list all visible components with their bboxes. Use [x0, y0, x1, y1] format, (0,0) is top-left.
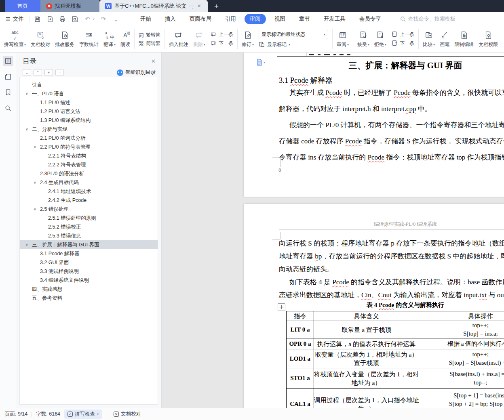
insert-comment-button[interactable]: 插入批注 [167, 29, 191, 49]
undo-icon[interactable]: ↶ [84, 15, 91, 23]
table-move-handle[interactable] [278, 303, 285, 311]
save-icon[interactable] [34, 15, 41, 23]
menu-tab[interactable]: 开发工具 [318, 14, 351, 24]
menu-tab[interactable]: 开始 [135, 14, 156, 24]
page-options-icon[interactable]: ▾ [257, 59, 265, 66]
chevron-down-icon[interactable]: ∨ [34, 143, 36, 151]
toc-item-label: 2.1 PL/0 的词法分析 [40, 135, 86, 141]
translate-button[interactable]: a⇅中 翻译▾ [101, 29, 118, 49]
toc-item-label: 2.4.2 生成 Pcode [48, 197, 86, 203]
brush-icon [440, 30, 449, 40]
toc-item[interactable]: 2.5.1 错误处理的原则 [20, 214, 158, 223]
undo-dropdown-icon[interactable]: ▾ [93, 17, 95, 21]
smart-toc-button[interactable]: 智能识别目录 [117, 69, 156, 76]
tab-home[interactable]: 首页 [5, 0, 40, 12]
reject-revision-button[interactable]: 拒绝▾ [372, 29, 389, 49]
spell-check-toggle[interactable]: ✓ 拼写检查 ▾ [64, 410, 102, 419]
prev-revision-button[interactable]: 上一条 [391, 31, 414, 38]
menu-tab[interactable]: 插入 [160, 14, 181, 24]
chevron-down-icon[interactable]: ∨ [34, 205, 36, 214]
export-pdf-icon[interactable] [46, 15, 54, 23]
toc-item[interactable]: ∨二、分析与实现 [20, 125, 158, 134]
menu-tab[interactable]: 审阅 [245, 14, 266, 24]
toc-item[interactable]: 1.1 PL/0 描述 [20, 98, 158, 107]
close-icon[interactable]: ✕ [197, 3, 201, 9]
menu-tab[interactable]: 引用 [220, 14, 241, 24]
toc-item[interactable]: ∨一、PL/0 语言 [20, 89, 158, 98]
toc-item[interactable]: 3.4 编译系统文件说明 [20, 276, 158, 285]
doc-proof-toggle[interactable]: ✕ 文档校对 [110, 410, 144, 419]
tab-docer-templates[interactable]: ❋ 找稻壳模板 [40, 0, 99, 12]
chevron-down-icon[interactable]: ∨ [25, 125, 28, 134]
toc-item[interactable]: 3.2 GUI 界面 [20, 258, 158, 267]
menu-tab[interactable]: 页面布局 [184, 14, 217, 24]
track-changes-button[interactable]: 修订▾ [239, 29, 256, 49]
toc-panel-icon[interactable] [3, 56, 13, 66]
collapse-all-button[interactable]: ⌃ [34, 69, 42, 76]
expand-level-button[interactable]: + [44, 69, 53, 76]
simplified-to-traditional-button[interactable]: 繁简转繁 [139, 40, 160, 47]
restrict-edit-button[interactable]: 限制编辑 [452, 29, 476, 49]
spell-check-button[interactable]: abc✓ 拼写检查▾ [2, 29, 28, 49]
menu-tab[interactable]: 章节 [294, 14, 315, 24]
bookmark-panel-icon[interactable] [3, 87, 13, 98]
toc-item[interactable]: ∨2.4 生成目标代码 [20, 178, 158, 187]
read-aloud-button[interactable]: A))) 朗读 [118, 29, 133, 49]
document-canvas[interactable]: ▾ 三、扩展：解释器与 GUI 界面 3.1 Pcode 解释器 其实在生成 P… [162, 52, 504, 408]
command-search[interactable]: 查找命令、搜索模板 [400, 15, 455, 23]
toc-item[interactable]: 2.5.2 错误校正 [20, 223, 158, 231]
close-panel-icon[interactable]: ✕ [151, 58, 156, 64]
toc-item[interactable]: 四、实践感想 [20, 285, 158, 294]
traditional-to-simplified-button[interactable]: 简繁转简 [139, 32, 160, 38]
print-preview-icon[interactable] [72, 15, 79, 23]
delete-comment-button[interactable]: 删除▾ [191, 29, 208, 49]
search-panel-icon[interactable] [3, 103, 13, 113]
collapse-level-button[interactable]: − [55, 69, 64, 76]
ink-brush-button[interactable]: 画笔 [437, 29, 452, 49]
toc-item[interactable]: 五、参考资料 [20, 294, 158, 302]
comment-next-icon [210, 40, 217, 47]
menu-tab[interactable]: 会员专享 [354, 14, 386, 24]
expand-all-button[interactable]: ⌄ [23, 69, 31, 76]
file-menu-button[interactable]: ☰ 文件 [0, 15, 30, 23]
tab-document[interactable]: W 基于C++MFC...0编译系统 论文 ▭̩ ✕ [99, 0, 208, 12]
toc-item[interactable]: 2.4.1 地址返填技术 [20, 187, 158, 196]
next-comment-button[interactable]: 下一条 [210, 40, 233, 47]
toc-item[interactable]: 1.2 PL/0 语言文法 [20, 107, 158, 116]
collapse-toolbar-icon[interactable]: ⌄ [112, 15, 120, 23]
compare-button[interactable]: 比较▾ [420, 29, 437, 49]
toc-item[interactable]: 3.3 测试样例说明 [20, 267, 158, 276]
show-markup-button[interactable]: 显示标记▾ [259, 41, 328, 48]
chevron-down-icon[interactable]: ∨ [34, 178, 36, 187]
grading-service-button[interactable]: 批改服务 [53, 29, 77, 49]
redo-icon[interactable]: ↷ [100, 15, 107, 23]
toc-item[interactable]: 2.4.2 生成 Pcode [20, 196, 158, 205]
chevron-down-icon[interactable]: ∨ [25, 240, 28, 249]
menu-bar: ☰ 文件 ↶▾ ↷ ⌄ 开始插入页面布局引用审阅视图章节开发工具会员专享 查找命… [0, 12, 504, 26]
menu-tab[interactable]: 视图 [269, 14, 291, 24]
toc-item[interactable]: 2.5.3 错误信息 [20, 231, 158, 240]
toc-item[interactable]: 2.2.1 符号表结构 [20, 151, 158, 160]
accept-revision-button[interactable]: 接受▾ [355, 29, 372, 49]
toc-item[interactable]: 2.2.2 符号表管理 [20, 160, 158, 169]
doc-permission-button[interactable]: 文档权限 [476, 29, 500, 49]
next-revision-button[interactable]: 下一条 [391, 40, 414, 47]
annotation-panel-icon[interactable] [3, 71, 13, 82]
chevron-down-icon[interactable]: ∨ [25, 89, 28, 98]
toc-item[interactable]: ∨2.2 PL/0 的符号表管理 [20, 143, 158, 151]
prev-comment-button[interactable]: 上一条 [210, 31, 233, 38]
toc-item[interactable]: 1.3 PL/0 编译系统结构 [20, 116, 158, 125]
toc-item[interactable]: 2.1 PL/0 的词法分析 [20, 134, 158, 143]
toc-item[interactable]: 引言 [20, 80, 158, 89]
word-count-button[interactable]: 字数统计 [77, 29, 101, 49]
review-pane-button[interactable]: 审阅▾ [334, 29, 351, 49]
new-tab-button[interactable]: + [214, 2, 219, 11]
toc-item[interactable]: 2.3PL/0 的语法分析 [20, 169, 158, 178]
toc-item[interactable]: 3.1 Pcode 解释器 [20, 249, 158, 258]
toc-item[interactable]: ∨2.5 错误处理 [20, 205, 158, 214]
doc-proof-button[interactable]: a-✓ 文档校对 [28, 29, 53, 49]
markup-state-select[interactable]: 显示标记的最终状态▾ [259, 30, 328, 39]
share-screen-icon[interactable]: ▭̩ [189, 4, 193, 9]
toc-item[interactable]: ∨三、扩展：解释器与 GUI 界面 [20, 240, 158, 249]
print-icon[interactable] [59, 15, 66, 23]
